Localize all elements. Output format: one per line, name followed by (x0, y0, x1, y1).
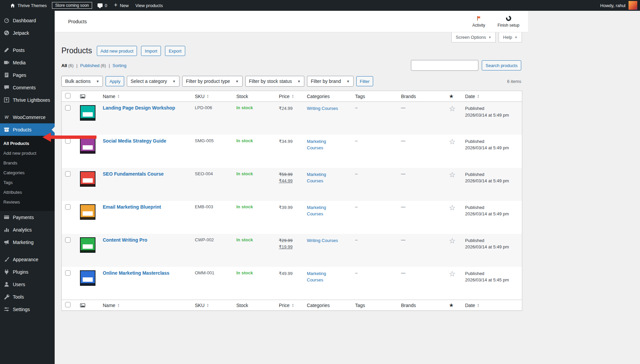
view-published[interactable]: Published (6) (80, 63, 106, 68)
column-header-sku[interactable]: SKU▲▼ (192, 91, 233, 102)
product-name-link[interactable]: Content Writing Pro (103, 237, 147, 243)
view-products-link[interactable]: View products (132, 0, 166, 11)
sidebar-item-analytics[interactable]: Analytics (0, 223, 55, 236)
column-header-price[interactable]: Price▲▼ (276, 91, 304, 102)
site-menu[interactable]: Thrive Themes (7, 0, 50, 11)
submenu-item-all-products[interactable]: All Products (0, 139, 55, 148)
media-icon (3, 59, 10, 66)
bulk-actions-select[interactable]: Bulk actions ▼ (61, 76, 103, 87)
column-header-name[interactable]: Name▲▼ (100, 300, 192, 311)
sidebar-item-users[interactable]: Users (0, 278, 55, 291)
search-products-input[interactable] (411, 60, 478, 71)
filter-button[interactable]: Filter (356, 76, 373, 86)
stock-status-filter-select[interactable]: Filter by stock status ▼ (245, 76, 305, 87)
sidebar-item-pages[interactable]: Pages (0, 69, 55, 81)
product-thumbnail[interactable] (80, 204, 95, 220)
product-type-filter-select[interactable]: Filter by product type ▼ (182, 76, 243, 87)
sidebar-item-products[interactable]: Products (0, 123, 55, 136)
sidebar-item-thrive-lightboxes[interactable]: Thrive Lightboxes (0, 94, 55, 106)
product-price: ₹24.99 (279, 106, 293, 111)
product-name-link[interactable]: Online Marketing Masterclass (103, 270, 170, 276)
sidebar-item-settings[interactable]: Settings (0, 303, 55, 315)
sidebar-item-comments[interactable]: Comments (0, 81, 55, 94)
row-checkbox[interactable] (65, 105, 71, 111)
row-checkbox[interactable] (65, 237, 71, 243)
product-thumbnail[interactable] (80, 270, 95, 286)
row-checkbox[interactable] (65, 138, 71, 144)
sidebar-item-posts[interactable]: Posts (0, 44, 55, 56)
row-checkbox[interactable] (65, 204, 71, 210)
howdy-text[interactable]: Howdy, rahul (600, 3, 625, 8)
sidebar-item-woocommerce[interactable]: WWooCommerce (0, 111, 55, 123)
sidebar-item-appearance[interactable]: Appearance (0, 253, 55, 266)
svg-text:W: W (4, 115, 9, 120)
new-content-menu[interactable]: + New (111, 0, 132, 11)
submenu-item-categories[interactable]: Categories (0, 168, 55, 178)
export-button[interactable]: Export (165, 46, 185, 56)
column-header-date[interactable]: Date▲▼ (462, 300, 522, 311)
product-category-link[interactable]: Marketing Courses (307, 270, 341, 283)
apply-button[interactable]: Apply (106, 76, 124, 86)
product-thumbnail[interactable] (80, 138, 95, 154)
search-products-button[interactable]: Search products (482, 60, 521, 70)
product-category-link[interactable]: Writing Courses (307, 237, 338, 244)
column-header-date[interactable]: Date▲▼ (462, 91, 522, 102)
sidebar-item-tools[interactable]: Tools (0, 291, 55, 303)
product-thumbnail[interactable] (80, 237, 95, 253)
sidebar-item-media[interactable]: Media (0, 56, 55, 69)
sidebar-item-payments[interactable]: Payments (0, 211, 55, 223)
product-name-link[interactable]: Email Marketing Blueprint (103, 204, 161, 210)
view-all[interactable]: All (6) (61, 63, 74, 68)
submenu-item-attributes[interactable]: Attributes (0, 187, 55, 197)
product-thumbnail[interactable] (80, 105, 95, 121)
add-new-product-button[interactable]: Add new product (97, 46, 137, 56)
activity-button[interactable]: Activity (464, 13, 494, 30)
product-name-link[interactable]: Landing Page Design Workshop (103, 105, 175, 111)
submenu-item-brands[interactable]: Brands (0, 158, 55, 168)
column-header-price[interactable]: Price▲▼ (276, 300, 304, 311)
import-button[interactable]: Import (141, 46, 161, 56)
product-row: Online Marketing MasterclassOMM-001In st… (62, 267, 522, 300)
sidebar-item-marketing[interactable]: Marketing (0, 236, 55, 248)
feature-star-toggle[interactable]: ☆ (449, 204, 456, 212)
finish-setup-button[interactable]: Finish setup (494, 13, 523, 30)
submenu-item-add-new-product[interactable]: Add new product (0, 148, 55, 158)
comments-menu[interactable]: 0 (94, 0, 111, 11)
brand-filter-select[interactable]: Filter by brand ▼ (307, 76, 353, 87)
feature-star-toggle[interactable]: ☆ (449, 171, 456, 179)
feature-star-toggle[interactable]: ☆ (449, 138, 456, 146)
product-name-link[interactable]: Social Media Strategy Guide (103, 138, 166, 144)
avatar[interactable] (629, 1, 637, 10)
main-content: Products Activity Finish setup Screen Op… (55, 11, 528, 364)
feature-star-toggle[interactable]: ☆ (449, 270, 456, 278)
product-category-link[interactable]: Marketing Courses (307, 204, 341, 217)
product-thumbnail[interactable] (80, 171, 95, 187)
submenu-item-tags[interactable]: Tags (0, 178, 55, 187)
column-header-stock: Stock (233, 300, 276, 311)
select-all-checkbox[interactable] (65, 93, 71, 98)
product-category-link[interactable]: Marketing Courses (307, 171, 341, 184)
wc-header-title: Products (68, 19, 87, 24)
sidebar-item-plugins[interactable]: Plugins (0, 266, 55, 278)
image-column-icon (77, 300, 100, 311)
column-header-name[interactable]: Name▲▼ (100, 91, 192, 102)
feature-star-toggle[interactable]: ☆ (449, 237, 456, 245)
category-filter-select[interactable]: Select a category ▼ (127, 76, 179, 87)
row-checkbox[interactable] (65, 171, 71, 177)
help-button[interactable]: Help ▼ (499, 32, 522, 42)
select-all-checkbox[interactable] (65, 302, 71, 307)
page-title: Products (61, 46, 92, 56)
view-sorting[interactable]: Sorting (113, 63, 127, 68)
sidebar-item-dashboard[interactable]: Dashboard (0, 14, 55, 27)
feature-star-toggle[interactable]: ☆ (449, 104, 456, 113)
product-category-link[interactable]: Marketing Courses (307, 138, 341, 151)
column-header-sku[interactable]: SKU▲▼ (192, 300, 233, 311)
view-count: (6) (101, 63, 106, 68)
submenu-item-reviews[interactable]: Reviews (0, 197, 55, 207)
sidebar-item-jetpack[interactable]: Jetpack (0, 27, 55, 39)
screen-options-button[interactable]: Screen Options ▼ (451, 32, 496, 42)
product-name-link[interactable]: SEO Fundamentals Course (103, 171, 164, 177)
product-category-link[interactable]: Writing Courses (307, 105, 338, 112)
row-checkbox[interactable] (65, 270, 71, 276)
wordpress-logo[interactable]: W (0, 0, 7, 11)
